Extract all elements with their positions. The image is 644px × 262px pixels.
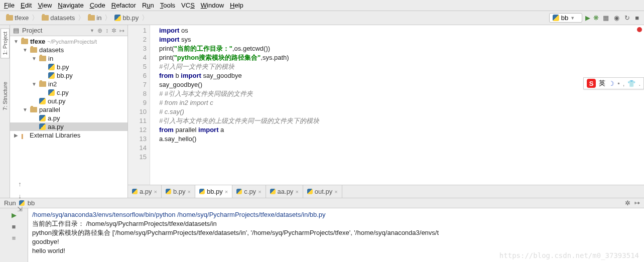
run-settings-icon[interactable]: ✲ xyxy=(625,199,630,207)
python-file-icon xyxy=(132,189,138,194)
tree-item[interactable]: ▼tfexe ~/PycharmProjects/t xyxy=(10,37,127,46)
tab-label: bb.py xyxy=(207,188,223,195)
tree-item[interactable]: c.py xyxy=(10,88,127,97)
rerun-button[interactable]: ↻ xyxy=(623,14,631,22)
python-file-icon xyxy=(270,189,276,194)
tab-label: out.py xyxy=(315,188,332,195)
menu-run[interactable]: Run xyxy=(142,2,154,9)
scroll-from-source-icon[interactable]: ⊕ xyxy=(97,27,102,34)
collapse-all-icon[interactable]: ↕ xyxy=(105,27,108,34)
stop-icon[interactable]: ■ xyxy=(12,223,16,230)
tree-item[interactable]: ▼in2 xyxy=(10,80,127,88)
error-indicator-icon[interactable] xyxy=(637,27,642,32)
close-icon[interactable]: × xyxy=(295,189,298,195)
sidebar-title: Project xyxy=(22,27,87,34)
menu-view[interactable]: View xyxy=(38,2,52,9)
tree-item[interactable]: aa.py xyxy=(10,122,127,131)
menu-tools[interactable]: Tools xyxy=(160,2,175,9)
settings-icon[interactable]: ✲ xyxy=(111,27,116,34)
tree-item[interactable]: b.py xyxy=(10,63,127,71)
tree-label: datasets xyxy=(39,46,64,54)
tree-item[interactable]: ▶External Libraries xyxy=(10,131,127,140)
python-file-icon xyxy=(166,189,171,194)
coverage-button[interactable]: ▦ xyxy=(602,14,610,22)
run-hide-icon[interactable]: ↦ xyxy=(634,199,640,207)
console-output[interactable]: /home/syq/anaconda3/envs/tensorflow/bin/… xyxy=(28,208,644,262)
tree-label: in xyxy=(48,55,53,62)
tree-twisty-icon[interactable]: ▼ xyxy=(31,81,37,87)
menu-code[interactable]: Code xyxy=(90,2,105,9)
breadcrumb-item[interactable]: bb.py xyxy=(112,14,141,22)
editor-tabs: a.py×b.py×bb.py×c.py×aa.py×out.py× xyxy=(128,185,644,198)
tree-item[interactable]: a.py xyxy=(10,114,127,122)
project-sidebar: ▤ Project ▼ ⊕ ↕ ✲ ↦ ▼tfexe ~/PycharmProj… xyxy=(10,25,128,198)
folder-icon xyxy=(21,39,28,44)
menu-edit[interactable]: Edit xyxy=(21,2,32,9)
close-icon[interactable]: × xyxy=(154,189,157,195)
menu-file[interactable]: File xyxy=(4,2,15,9)
profile-button[interactable]: ◉ xyxy=(613,14,620,22)
stop-button[interactable]: ■ xyxy=(634,14,640,22)
editor-tab[interactable]: b.py× xyxy=(162,185,195,198)
editor-tab[interactable]: bb.py× xyxy=(195,185,232,198)
export-icon[interactable]: ⇲ xyxy=(17,208,23,213)
tree-item[interactable]: out.py xyxy=(10,97,127,105)
breadcrumb-item[interactable]: datasets xyxy=(40,14,77,22)
run-button[interactable]: ▶ xyxy=(585,14,590,22)
tree-item[interactable]: ▼in xyxy=(10,54,127,63)
tree-item[interactable]: bb.py xyxy=(10,71,127,80)
watermark: https://blog.csdn.net/m0_37393514 xyxy=(499,251,639,260)
tree-twisty-icon[interactable]: ▼ xyxy=(31,56,37,61)
breadcrumb-label: in xyxy=(96,14,101,22)
line-gutter: 123456789101112131415 xyxy=(128,25,150,185)
menu-navigate[interactable]: Navigate xyxy=(58,2,83,9)
menu-refactor[interactable]: Refactor xyxy=(111,2,136,9)
menu-vcs[interactable]: VCS xyxy=(181,2,195,9)
tree-label: b.py xyxy=(57,63,69,71)
editor: 123456789101112131415 import osimport sy… xyxy=(128,25,644,198)
tree-twisty-icon[interactable]: ▼ xyxy=(22,107,28,112)
editor-tab[interactable]: aa.py× xyxy=(266,185,303,198)
close-icon[interactable]: × xyxy=(334,189,337,195)
python-file-icon xyxy=(39,123,46,130)
tab-label: b.py xyxy=(173,188,186,195)
tree-twisty-icon[interactable]: ▼ xyxy=(13,39,19,44)
tree-item[interactable]: ▼datasets xyxy=(10,46,127,54)
breadcrumb-item[interactable]: in xyxy=(86,14,103,22)
tree-item[interactable]: ▼parallel xyxy=(10,105,127,114)
library-icon xyxy=(21,132,28,139)
python-file-icon xyxy=(48,89,55,96)
chevron-right-icon: 〉 xyxy=(142,14,149,23)
breadcrumb-item[interactable]: tfexe xyxy=(4,14,31,22)
tree-twisty-icon[interactable]: ▼ xyxy=(22,47,28,53)
editor-tab[interactable]: out.py× xyxy=(303,185,342,198)
pause-icon[interactable]: ≡ xyxy=(12,234,16,242)
menu-help[interactable]: Help xyxy=(230,2,243,9)
project-tree[interactable]: ▼tfexe ~/PycharmProjects/t▼datasets▼inb.… xyxy=(10,36,127,198)
editor-tab[interactable]: c.py× xyxy=(232,185,266,198)
folder-icon xyxy=(30,107,37,112)
tree-label: parallel xyxy=(39,106,60,113)
breadcrumb-label: tfexe xyxy=(15,14,29,22)
menu-window[interactable]: Window xyxy=(201,2,224,9)
editor-tab[interactable]: a.py× xyxy=(128,185,162,198)
python-file-icon xyxy=(114,15,121,21)
console-line: 当前的工作目录： /home/syq/PycharmProjects/tfexe… xyxy=(32,219,640,228)
tab-label: a.py xyxy=(140,188,152,195)
hide-icon[interactable]: ↦ xyxy=(119,27,124,34)
console-command: /home/syq/anaconda3/envs/tensorflow/bin/… xyxy=(32,210,640,219)
rerun-icon[interactable]: ▶ xyxy=(12,211,17,219)
tool-tab-project[interactable]: 1: Project xyxy=(1,28,10,58)
tool-tab-structure[interactable]: 7: Structure xyxy=(1,78,10,114)
close-icon[interactable]: × xyxy=(225,189,228,195)
close-icon[interactable]: × xyxy=(188,189,191,195)
run-configuration-selector[interactable]: bb ▼ xyxy=(549,13,582,23)
menu-bar: File Edit View Navigate Code Refactor Ru… xyxy=(0,0,644,11)
tree-twisty-icon[interactable]: ▶ xyxy=(13,133,19,138)
moon-icon: ☽ xyxy=(608,80,614,87)
debug-button[interactable]: ❋ xyxy=(593,14,599,22)
code-area[interactable]: import osimport sysprint("当前的工作目录：",os.g… xyxy=(150,25,644,185)
close-icon[interactable]: × xyxy=(258,189,261,195)
tree-label: External Libraries xyxy=(30,132,80,139)
ime-indicator[interactable]: S 英 ☽ • , 👕 . xyxy=(583,77,644,89)
